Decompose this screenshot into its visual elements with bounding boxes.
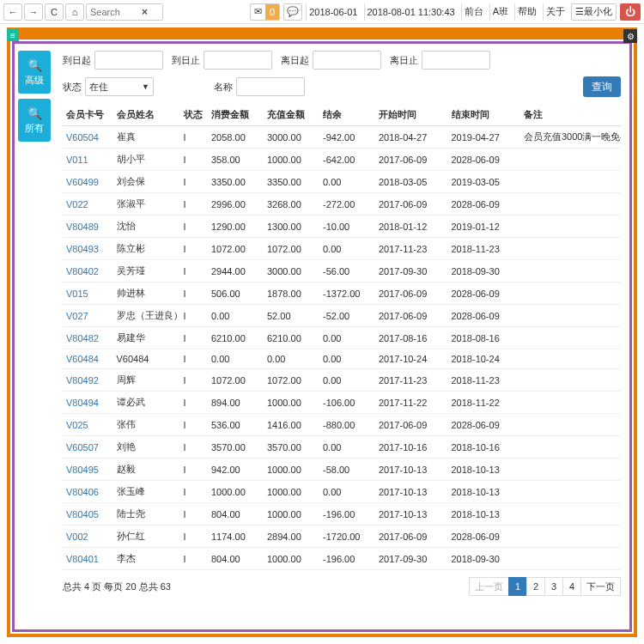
table-cell: 2018-11-23 [448, 369, 521, 392]
table-cell: 2017-06-09 [375, 149, 448, 171]
table-cell[interactable]: V011 [63, 149, 113, 171]
table-cell[interactable]: V80489 [63, 216, 113, 238]
table-cell: 2017-10-16 [375, 436, 448, 459]
front-link[interactable]: 前台 [461, 3, 486, 21]
arrive-from-input[interactable] [94, 51, 163, 70]
table-cell: 1072.00 [264, 238, 319, 260]
column-header[interactable]: 结束时间 [448, 104, 521, 126]
table-cell[interactable]: V015 [63, 283, 113, 305]
table-row[interactable]: V60484V60484I0.000.000.002017-10-242018-… [63, 349, 621, 369]
column-header[interactable]: 消费金额 [208, 104, 264, 126]
table-cell: 2018-04-27 [375, 126, 448, 149]
table-cell[interactable]: V60507 [63, 436, 113, 459]
arrive-to-input[interactable] [204, 51, 272, 70]
status-select[interactable]: 在住 ▼ [85, 77, 154, 96]
page-2-button[interactable]: 2 [526, 577, 545, 596]
top-toolbar: ← → C ⌂ × ✉ 0 💬 2018-06-01 2018-08-01 11… [0, 0, 644, 24]
page-4-button[interactable]: 4 [562, 577, 581, 596]
table-cell [520, 171, 621, 193]
table-cell[interactable]: V80492 [63, 369, 113, 392]
table-cell[interactable]: V80495 [63, 459, 113, 481]
leave-from-input[interactable] [313, 51, 381, 70]
table-cell: 1878.00 [264, 283, 319, 305]
minimize-button[interactable]: ☰ 最小化 [571, 3, 617, 21]
column-header[interactable]: 会员卡号 [63, 104, 113, 126]
table-cell[interactable]: V80406 [63, 481, 113, 503]
shift-link[interactable]: A班 [489, 3, 511, 21]
refresh-button[interactable]: C [45, 3, 64, 21]
table-row[interactable]: V80492周辉I1072.001072.000.002017-11-23201… [63, 369, 621, 392]
table-cell: 1300.00 [264, 216, 319, 238]
table-cell: 2944.00 [208, 260, 264, 283]
table-cell: 2058.00 [208, 126, 264, 149]
column-header[interactable]: 充值金额 [264, 104, 319, 126]
table-row[interactable]: V80402吴芳瑾I2944.003000.00-56.002017-09-30… [63, 260, 621, 283]
next-page-button[interactable]: 下一页 [580, 577, 621, 596]
table-cell[interactable]: V60504 [63, 126, 113, 149]
help-link[interactable]: 帮助 [514, 3, 539, 21]
table-cell[interactable]: V002 [63, 526, 113, 548]
search-input[interactable] [90, 7, 142, 17]
table-cell [520, 238, 621, 260]
table-cell: 2018-10-13 [448, 459, 521, 481]
table-cell: 942.00 [208, 459, 264, 481]
table-row[interactable]: V80401李杰I804.001000.00-196.002017-09-302… [63, 548, 621, 570]
table-row[interactable]: V60504崔真I2058.003000.00-942.002018-04-27… [63, 126, 621, 149]
settings-gear-icon[interactable]: ⚙ [623, 29, 637, 43]
page-3-button[interactable]: 3 [544, 577, 563, 596]
about-link[interactable]: 关于 [543, 3, 568, 21]
table-row[interactable]: V027罗忠（王进良）I0.0052.00-52.002017-06-09202… [63, 305, 621, 327]
table-cell[interactable]: V80405 [63, 503, 113, 526]
table-row[interactable]: V80493陈立彬I1072.001072.000.002017-11-2320… [63, 238, 621, 260]
advanced-search-button[interactable]: 🔍 高级 [18, 51, 51, 94]
table-cell[interactable]: V80494 [63, 392, 113, 414]
table-cell: -942.00 [319, 126, 375, 149]
table-cell: 536.00 [208, 414, 264, 436]
table-row[interactable]: V015帅进林I506.001878.00-1372.002017-06-092… [63, 283, 621, 305]
table-cell: 张玉峰 [113, 481, 180, 503]
table-cell[interactable]: V022 [63, 193, 113, 216]
table-cell[interactable]: V025 [63, 414, 113, 436]
column-header[interactable]: 结余 [319, 104, 375, 126]
home-button[interactable]: ⌂ [65, 3, 84, 21]
forward-button[interactable]: → [24, 3, 43, 21]
table-row[interactable]: V80482易建华I6210.006210.000.002017-08-1620… [63, 327, 621, 349]
table-row[interactable]: V80489沈怡I1290.001300.00-10.002018-01-122… [63, 216, 621, 238]
all-label: 所有 [25, 122, 44, 135]
chat-icon[interactable]: 💬 [283, 3, 302, 21]
clear-search-icon[interactable]: × [142, 6, 148, 18]
advanced-label: 高级 [25, 74, 44, 87]
table-cell: 2018-09-30 [448, 548, 521, 570]
table-cell[interactable]: V60499 [63, 171, 113, 193]
table-cell[interactable]: V80402 [63, 260, 113, 283]
table-cell[interactable]: V80401 [63, 548, 113, 570]
all-search-button[interactable]: 🔍 所有 [18, 99, 51, 142]
name-input[interactable] [236, 77, 305, 96]
table-cell[interactable]: V60484 [63, 349, 113, 369]
power-button[interactable]: ⏻ [620, 3, 641, 21]
page-1-button[interactable]: 1 [508, 577, 527, 596]
prev-page-button[interactable]: 上一页 [469, 577, 509, 596]
table-cell[interactable]: V80482 [63, 327, 113, 349]
table-cell[interactable]: V027 [63, 305, 113, 327]
column-header[interactable]: 备注 [520, 104, 621, 126]
table-row[interactable]: V60507刘艳I3570.003570.000.002017-10-16201… [63, 436, 621, 459]
table-cell[interactable]: V80493 [63, 238, 113, 260]
mail-badge[interactable]: ✉ 0 [250, 3, 280, 21]
back-button[interactable]: ← [3, 3, 22, 21]
table-row[interactable]: V80405陆士尧I804.001000.00-196.002017-10-13… [63, 503, 621, 526]
table-row[interactable]: V025张伟I536.001416.00-880.002017-06-09202… [63, 414, 621, 436]
leave-to-input[interactable] [422, 51, 490, 70]
table-row[interactable]: V80406张玉峰I1000.001000.000.002017-10-1320… [63, 481, 621, 503]
query-button[interactable]: 查询 [583, 76, 621, 97]
column-header[interactable]: 开始时间 [375, 104, 448, 126]
column-header[interactable]: 会员姓名 [113, 104, 180, 126]
column-header[interactable]: 状态 [180, 104, 209, 126]
table-row[interactable]: V002孙仁红I1174.002894.00-1720.002017-06-09… [63, 526, 621, 548]
menu-toggle-icon[interactable]: ≡ [7, 29, 19, 41]
table-row[interactable]: V80495赵毅I942.001000.00-58.002017-10-1320… [63, 459, 621, 481]
table-row[interactable]: V80494谭必武I894.001000.00-106.002017-11-22… [63, 392, 621, 414]
table-row[interactable]: V60499刘会保I3350.003350.000.002018-03-0520… [63, 171, 621, 193]
table-row[interactable]: V011胡小平I358.001000.00-642.002017-06-0920… [63, 149, 621, 171]
table-row[interactable]: V022张淑平I2996.003268.00-272.002017-06-092… [63, 193, 621, 216]
